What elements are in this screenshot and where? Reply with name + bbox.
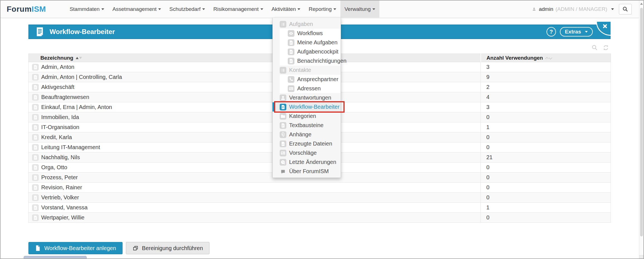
row-count: 0	[481, 132, 611, 142]
menu-item-workflows[interactable]: Workflows	[280, 29, 341, 38]
table-row[interactable]: Vertrieb, Volker 0	[29, 193, 611, 203]
folder-icon	[280, 113, 286, 120]
nav-label: Schutzbedarf	[169, 6, 201, 12]
column-header-anzahl-verwendungen[interactable]: Anzahl Verwendungen	[481, 54, 611, 62]
menu-item-ueber-forumism[interactable]: Über ForumISM	[273, 167, 341, 176]
nav-item-risikomanagement[interactable]: Risikomanagement	[209, 1, 267, 18]
menu-item-anhaenge[interactable]: Anhänge	[273, 130, 341, 139]
search-button[interactable]	[619, 4, 632, 14]
row-name: Vertrieb, Volker	[41, 194, 79, 200]
nav-item-stammdaten[interactable]: Stammdaten	[65, 1, 108, 18]
menu-item-workflow-bearbeiter[interactable]: Workflow-Bearbeiter	[273, 102, 341, 112]
nav-item-aktivitaeten[interactable]: Aktivitäten	[267, 1, 305, 18]
footer-actions: Workflow-Bearbeiter anlegen Bereinigung …	[28, 242, 209, 254]
user-icon	[532, 7, 536, 11]
chevron-down-icon	[611, 8, 614, 10]
row-name: Immobilien, Ida	[41, 114, 79, 120]
chevron-down-icon	[260, 8, 263, 10]
menu-item-label: Adressen	[297, 85, 321, 92]
sort-desc-icon[interactable]	[549, 56, 552, 60]
phone-icon	[288, 76, 294, 83]
close-icon	[602, 24, 608, 29]
sort-asc-icon[interactable]	[76, 57, 79, 59]
help-button[interactable]: ?	[547, 27, 556, 37]
nav-label: Reporting	[309, 6, 331, 12]
table-row[interactable]: Revision, Rainer 0	[29, 183, 611, 193]
menu-item-label: Workflows	[297, 30, 323, 37]
menu-item-letzte-aenderungen[interactable]: Letzte Änderungen	[273, 158, 341, 167]
document-icon	[32, 74, 39, 81]
nav-label: Aktivitäten	[272, 6, 296, 12]
document-icon	[32, 124, 39, 131]
paperclip-icon	[280, 131, 286, 138]
active-indicator-bar	[272, 102, 274, 112]
chevron-down-icon	[202, 8, 205, 10]
menu-item-benachrichtigungen[interactable]: Benachrichtigungen	[280, 56, 341, 66]
column-header-bezeichnung[interactable]: Bezeichnung	[29, 54, 481, 62]
user-name: admin	[539, 6, 553, 12]
app-window: ForumISM Stammdaten Assetmanagement Schu…	[0, 0, 644, 259]
table-row[interactable]: Wertpapier, Willie 0	[29, 213, 611, 223]
menu-group-aufgaben: Aufgaben	[273, 20, 341, 29]
list-icon	[280, 21, 286, 28]
nav-item-assetmanagement[interactable]: Assetmanagement	[108, 1, 165, 18]
vertical-scrollbar-thumb[interactable]	[640, 8, 643, 236]
menu-item-vorschlaege[interactable]: Vorschläge	[273, 148, 341, 158]
table-search-button[interactable]	[591, 44, 598, 51]
row-count: 4	[481, 92, 611, 102]
chevron-down-icon	[158, 8, 161, 10]
nav-label: Risikomanagement	[213, 6, 259, 12]
extras-button[interactable]: Extras	[560, 27, 593, 37]
nav-label: Assetmanagement	[113, 6, 157, 12]
search-icon	[591, 44, 598, 51]
row-count: 0	[481, 183, 611, 193]
nav-item-reporting[interactable]: Reporting	[304, 1, 340, 18]
menu-item-aufgabencockpit[interactable]: Aufgabencockpit	[280, 47, 341, 56]
menu-group-aufgaben-items: Workflows Meine Aufgaben Aufgabencockpit…	[280, 29, 341, 66]
menu-item-ansprechpartner[interactable]: Ansprechpartner	[280, 75, 341, 84]
create-workflow-bearbeiter-button[interactable]: Workflow-Bearbeiter anlegen	[28, 242, 123, 254]
menu-item-label: Erzeugte Dateien	[289, 141, 332, 147]
menu-item-textbausteine[interactable]: Textbausteine	[273, 121, 341, 130]
row-name: Nachhaltig, Nils	[41, 154, 80, 160]
menu-item-kategorien[interactable]: Kategorien	[273, 112, 341, 121]
menu-item-verantwortungen[interactable]: Verantwortungen	[273, 93, 341, 102]
horizontal-scrollbar-thumb[interactable]	[24, 256, 87, 258]
menu-item-label: Meine Aufgaben	[297, 39, 338, 46]
sort-asc-icon[interactable]	[545, 57, 549, 60]
document-icon	[32, 154, 39, 161]
app-logo[interactable]: ForumISM	[7, 1, 46, 18]
menu-group-kontakte: Kontakte	[273, 66, 341, 75]
row-name: Prozess, Peter	[41, 174, 78, 180]
refresh-button[interactable]	[602, 44, 609, 51]
chevron-down-icon	[101, 8, 104, 10]
row-count: 0	[481, 213, 611, 223]
scroll-up-arrow-icon[interactable]	[640, 3, 643, 5]
row-name: Aktivgeschäft	[41, 84, 74, 90]
document-icon	[32, 174, 39, 181]
vertical-scrollbar[interactable]	[639, 1, 643, 258]
document-icon	[32, 144, 39, 151]
button-label: Bereinigung durchführen	[142, 245, 203, 251]
nav-item-verwaltung[interactable]: Verwaltung	[340, 1, 379, 18]
row-count: 1	[481, 203, 611, 213]
row-count: 0	[481, 142, 611, 153]
user-menu[interactable]: admin (ADMIN / MANAGER)	[532, 6, 614, 12]
pdf-file-icon	[280, 141, 286, 147]
document-icon	[32, 184, 39, 191]
menu-item-erzeugte-dateien[interactable]: Erzeugte Dateien	[273, 139, 341, 148]
top-navbar: ForumISM Stammdaten Assetmanagement Schu…	[1, 1, 639, 18]
row-name: Revision, Rainer	[41, 184, 82, 190]
table-row[interactable]: Vorstand, Vanessa 1	[29, 203, 611, 213]
sort-desc-icon[interactable]	[79, 57, 82, 59]
row-count: 0	[481, 163, 611, 173]
document-icon	[32, 84, 39, 91]
menu-item-meine-aufgaben[interactable]: Meine Aufgaben	[280, 38, 341, 47]
nav-item-schutzbedarf[interactable]: Schutzbedarf	[165, 1, 209, 18]
menu-item-adressen[interactable]: Adressen	[280, 84, 341, 93]
cleanup-button[interactable]: Bereinigung durchführen	[126, 242, 209, 254]
panel-close-button[interactable]	[596, 22, 611, 36]
verwaltung-dropdown-menu: Aufgaben Workflows Meine Aufgaben Aufgab…	[272, 18, 341, 178]
document-icon	[32, 214, 39, 221]
menu-group-kontakte-items: Ansprechpartner Adressen	[280, 75, 341, 93]
